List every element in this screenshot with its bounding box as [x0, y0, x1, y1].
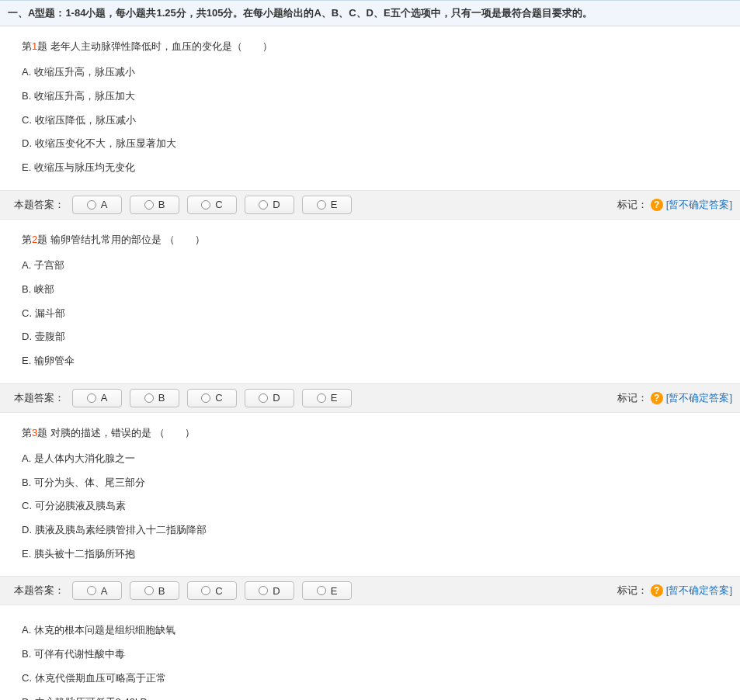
answer-option-d[interactable]: D — [245, 196, 294, 214]
answer-option-b[interactable]: B — [130, 581, 179, 600]
question-prefix: 第 — [22, 40, 32, 52]
question-block: 第3题对胰的描述，错误的是 （ ）A. 是人体内大消化腺之一B. 可分为头、体、… — [0, 413, 740, 606]
answer-option-label: E — [331, 585, 338, 597]
radio-icon — [87, 393, 96, 403]
answer-option-b[interactable]: B — [130, 389, 179, 407]
help-icon[interactable]: ? — [651, 392, 663, 404]
question-suffix: 题 — [37, 234, 47, 245]
answer-bar: 本题答案：ABCDE标记：?[暂不确定答案] — [0, 576, 740, 605]
mark-area: 标记：?[暂不确定答案] — [617, 198, 732, 212]
answer-option-label: B — [158, 585, 165, 597]
answer-option-label: A — [101, 199, 108, 210]
answer-bar: 本题答案：ABCDE标记：?[暂不确定答案] — [0, 383, 740, 413]
answer-option-e[interactable]: E — [302, 581, 352, 600]
answer-option-d[interactable]: D — [245, 389, 294, 407]
question-suffix: 题 — [37, 40, 47, 52]
radio-icon — [144, 586, 154, 595]
option-line: D. 收缩压变化不大，脉压显著加大 — [22, 134, 721, 154]
uncertain-answer-link[interactable]: [暂不确定答案] — [666, 391, 732, 405]
radio-icon — [259, 200, 268, 210]
radio-icon — [144, 200, 154, 210]
answer-options: ABCDE — [72, 389, 352, 407]
answer-option-label: C — [215, 585, 222, 597]
mark-area: 标记：?[暂不确定答案] — [617, 584, 732, 598]
answer-option-a[interactable]: A — [72, 196, 122, 214]
radio-icon — [201, 586, 210, 595]
radio-icon — [259, 586, 268, 595]
answer-option-a[interactable]: A — [72, 389, 122, 407]
option-line: E. 收缩压与脉压均无变化 — [22, 158, 721, 178]
answer-option-c[interactable]: C — [187, 581, 237, 600]
question-suffix: 题 — [37, 427, 47, 438]
option-line: D. 壶腹部 — [22, 327, 721, 347]
question-title: 第3题对胰的描述，错误的是 （ ） — [22, 424, 721, 442]
radio-icon — [317, 586, 326, 595]
answer-label: 本题答案： — [14, 198, 64, 212]
question-title: 第1题老年人主动脉弹性降低时，血压的变化是（ ） — [22, 37, 721, 55]
answer-option-label: D — [273, 585, 280, 597]
section-header: 一、A型题：1-84小题，每小题共1.25分，共105分。在每小题给出的A、B、… — [0, 0, 740, 26]
option-line: A. 收缩压升高，脉压减小 — [22, 63, 721, 82]
option-line: C. 漏斗部 — [22, 304, 721, 324]
answer-option-label: E — [331, 199, 338, 210]
option-line: E. 胰头被十二指肠所环抱 — [22, 545, 721, 564]
option-line: C. 收缩压降低，脉压减小 — [22, 111, 721, 130]
option-line: C. 休克代偿期血压可略高于正常 — [22, 669, 721, 688]
question-block: 第2题输卵管结扎常用的部位是 （ ）A. 子宫部B. 峡部C. 漏斗部D. 壶腹… — [0, 220, 740, 413]
option-line: B. 可伴有代谢性酸中毒 — [22, 645, 721, 664]
option-line: D. 胰液及胰岛素经胰管排入十二指肠降部 — [22, 521, 721, 540]
help-icon[interactable]: ? — [651, 199, 663, 211]
answer-option-b[interactable]: B — [130, 196, 179, 214]
option-line: A. 休克的根本问题是组织细胞缺氧 — [22, 621, 721, 640]
mark-label: 标记： — [617, 584, 648, 598]
option-line: B. 收缩压升高，脉压加大 — [22, 87, 721, 106]
question-body: A. 休克的根本问题是组织细胞缺氧B. 可伴有代谢性酸中毒C. 休克代偿期血压可… — [0, 605, 740, 700]
answer-option-c[interactable]: C — [187, 196, 237, 214]
questions-container: 第1题老年人主动脉弹性降低时，血压的变化是（ ）A. 收缩压升高，脉压减小B. … — [0, 26, 740, 700]
radio-icon — [87, 586, 96, 595]
question-prefix: 第 — [22, 234, 32, 245]
radio-icon — [87, 200, 96, 210]
option-line: A. 子宫部 — [22, 256, 721, 275]
answer-option-a[interactable]: A — [72, 581, 122, 600]
answer-options: ABCDE — [72, 196, 352, 214]
option-line: A. 是人体内大消化腺之一 — [22, 449, 721, 469]
radio-icon — [317, 200, 326, 210]
answer-option-label: A — [101, 585, 108, 597]
radio-icon — [201, 393, 210, 403]
question-body: 第1题老年人主动脉弹性降低时，血压的变化是（ ）A. 收缩压升高，脉压减小B. … — [0, 26, 740, 190]
option-line: C. 可分泌胰液及胰岛素 — [22, 497, 721, 516]
question-stem: 输卵管结扎常用的部位是 （ ） — [50, 234, 205, 245]
question-stem: 老年人主动脉弹性降低时，血压的变化是（ ） — [50, 40, 273, 52]
radio-icon — [144, 393, 154, 403]
radio-icon — [259, 393, 268, 403]
answer-option-label: B — [158, 392, 165, 404]
question-block: A. 休克的根本问题是组织细胞缺氧B. 可伴有代谢性酸中毒C. 休克代偿期血压可… — [0, 605, 740, 700]
answer-option-label: D — [273, 199, 280, 210]
option-line: D. 中心静脉压可低于0.49kPa — [22, 693, 721, 700]
question-body: 第2题输卵管结扎常用的部位是 （ ）A. 子宫部B. 峡部C. 漏斗部D. 壶腹… — [0, 220, 740, 383]
answer-option-label: C — [215, 199, 222, 210]
radio-icon — [317, 393, 326, 403]
answer-option-label: C — [215, 392, 222, 404]
answer-option-d[interactable]: D — [245, 581, 294, 600]
answer-option-label: A — [101, 392, 108, 404]
answer-option-e[interactable]: E — [302, 389, 352, 407]
mark-area: 标记：?[暂不确定答案] — [617, 391, 732, 405]
radio-icon — [201, 200, 210, 210]
question-title: 第2题输卵管结扎常用的部位是 （ ） — [22, 230, 721, 248]
question-stem: 对胰的描述，错误的是 （ ） — [50, 427, 195, 438]
mark-label: 标记： — [617, 198, 648, 212]
option-line: B. 可分为头、体、尾三部分 — [22, 473, 721, 493]
answer-option-label: B — [158, 199, 165, 210]
answer-option-c[interactable]: C — [187, 389, 237, 407]
help-icon[interactable]: ? — [651, 584, 663, 597]
mark-label: 标记： — [617, 391, 648, 405]
uncertain-answer-link[interactable]: [暂不确定答案] — [666, 198, 732, 212]
answer-bar: 本题答案：ABCDE标记：?[暂不确定答案] — [0, 190, 740, 220]
answer-label: 本题答案： — [14, 391, 64, 405]
answer-option-e[interactable]: E — [302, 196, 352, 214]
option-line: E. 输卵管伞 — [22, 352, 721, 371]
option-line: B. 峡部 — [22, 280, 721, 300]
uncertain-answer-link[interactable]: [暂不确定答案] — [666, 584, 732, 598]
